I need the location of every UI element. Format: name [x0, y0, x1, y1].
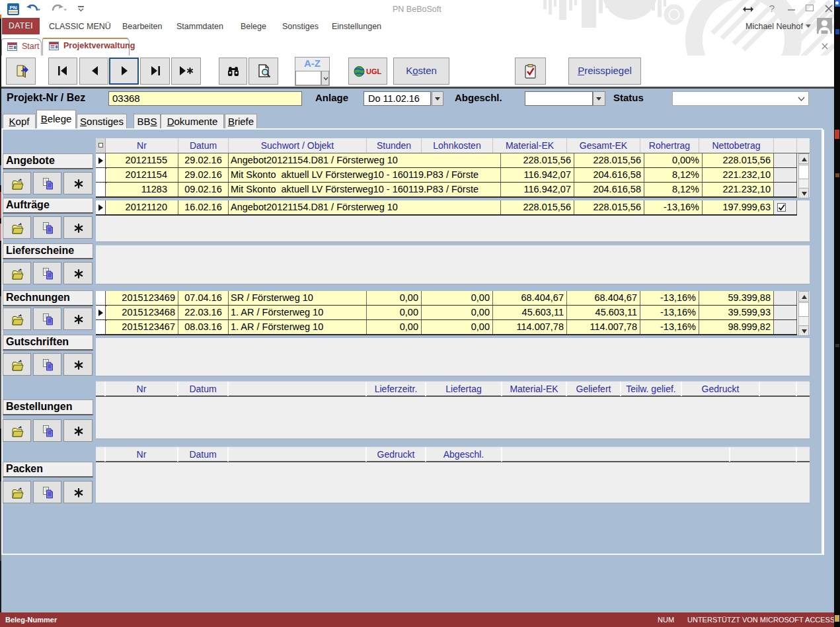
svg-text:PN: PN [9, 5, 17, 11]
